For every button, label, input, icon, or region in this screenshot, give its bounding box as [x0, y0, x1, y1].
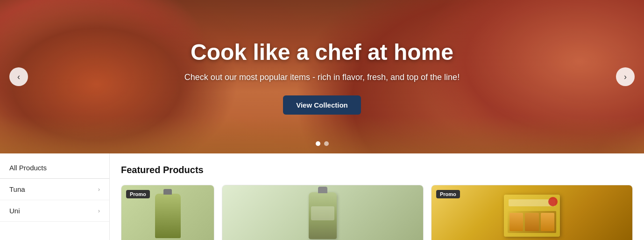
hero-board-overlay [0, 116, 644, 153]
hero-banner: ‹ Cook like a chef at home Check out our… [0, 0, 644, 153]
view-collection-button[interactable]: View Collection [283, 95, 361, 115]
sidebar-item-all-products[interactable]: All Products [0, 157, 109, 179]
hero-dot-2[interactable] [324, 141, 329, 146]
wasabi-salt-image [222, 185, 423, 240]
all-products-label: All Products [9, 164, 47, 172]
product-card-uni-special[interactable]: Promo [431, 185, 633, 240]
hero-dot-1[interactable] [316, 141, 320, 146]
partial-product-image: Promo [121, 185, 214, 240]
main-content: All Products Tuna › Uni › Featured Produ… [0, 153, 644, 240]
sidebar: All Products Tuna › Uni › [0, 153, 110, 240]
product-card-partial[interactable]: Promo [121, 185, 214, 240]
tuna-label: Tuna [9, 185, 25, 193]
products-section: Featured Products Promo [110, 153, 644, 240]
hero-next-button[interactable]: › [616, 67, 635, 86]
promo-badge: Promo [126, 190, 150, 198]
product-card-wasabi-salt[interactable]: Wasabi Salt 1.58 oz Produced by Kameya, … [222, 185, 424, 240]
chevron-right-icon: › [624, 72, 627, 82]
uni-label: Uni [9, 207, 20, 215]
sidebar-item-uni[interactable]: Uni › [0, 200, 109, 222]
uni-special-image: Promo [432, 185, 632, 240]
chevron-left-icon: ‹ [17, 72, 20, 82]
hero-subtitle: Check out our most popular items - rich … [184, 73, 460, 82]
chevron-right-icon: › [98, 207, 100, 214]
chevron-right-icon: › [98, 186, 100, 193]
hero-prev-button[interactable]: ‹ [9, 67, 28, 86]
hero-content: Cook like a chef at home Check out our m… [184, 39, 460, 115]
featured-products-title: Featured Products [121, 165, 633, 175]
promo-badge-uni: Promo [436, 190, 460, 198]
sidebar-item-tuna[interactable]: Tuna › [0, 179, 109, 200]
products-grid: Promo [121, 185, 633, 240]
hero-dots [316, 141, 329, 146]
hero-title: Cook like a chef at home [184, 39, 460, 65]
